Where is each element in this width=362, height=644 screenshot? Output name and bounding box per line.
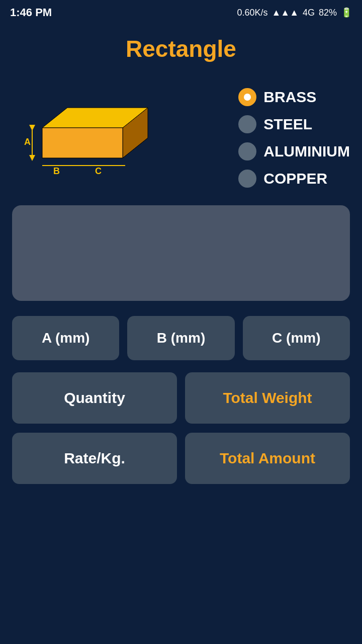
network-speed: 0.60K/s xyxy=(237,8,267,18)
status-bar: 1:46 PM 0.60K/s ▲▲▲ 4G 82% 🔋 xyxy=(0,0,362,25)
radio-aluminium[interactable] xyxy=(238,142,256,160)
material-label-aluminium: ALUMINIUM xyxy=(263,143,350,160)
radio-brass[interactable] xyxy=(238,88,256,106)
main-content: A B C BRASS xyxy=(0,77,362,498)
battery-icon: 🔋 xyxy=(341,7,352,18)
header: Rectangle xyxy=(0,25,362,77)
material-label-copper: COPPER xyxy=(263,170,327,187)
shape-image: A B C xyxy=(12,83,163,193)
svg-text:A: A xyxy=(24,137,31,147)
material-section: A B C BRASS xyxy=(12,83,350,193)
quantity-weight-row: Quantity Total Weight xyxy=(12,372,350,424)
svg-marker-3 xyxy=(42,128,123,158)
total-amount-button[interactable]: Total Amount xyxy=(185,433,350,484)
material-label-steel: STEEL xyxy=(263,116,312,133)
page-title: Rectangle xyxy=(0,35,362,62)
radio-copper[interactable] xyxy=(238,170,256,188)
rectangle-shape-svg: A B C xyxy=(17,88,158,188)
dimension-row: A (mm) B (mm) C (mm) xyxy=(12,316,350,360)
input-display-area xyxy=(12,205,350,301)
material-option-copper[interactable]: COPPER xyxy=(238,170,350,188)
quantity-button[interactable]: Quantity xyxy=(12,372,177,424)
rate-amount-row: Rate/Kg. Total Amount xyxy=(12,433,350,484)
status-time: 1:46 PM xyxy=(10,6,52,19)
material-options: BRASS STEEL ALUMINIUM COPPER xyxy=(238,88,350,188)
dimension-b-button[interactable]: B (mm) xyxy=(127,316,234,360)
dimension-a-button[interactable]: A (mm) xyxy=(12,316,119,360)
battery-level: 82% xyxy=(319,8,337,18)
svg-text:B: B xyxy=(53,166,60,176)
dimension-c-button[interactable]: C (mm) xyxy=(243,316,350,360)
total-weight-button[interactable]: Total Weight xyxy=(185,372,350,424)
material-option-steel[interactable]: STEEL xyxy=(238,115,350,133)
network-type: 4G xyxy=(303,8,315,18)
status-right: 0.60K/s ▲▲▲ 4G 82% 🔋 xyxy=(237,7,352,18)
svg-text:C: C xyxy=(95,166,102,176)
radio-steel[interactable] xyxy=(238,115,256,133)
material-option-brass[interactable]: BRASS xyxy=(238,88,350,106)
rate-kg-button[interactable]: Rate/Kg. xyxy=(12,433,177,484)
material-option-aluminium[interactable]: ALUMINIUM xyxy=(238,142,350,160)
signal-icon: ▲▲▲ xyxy=(272,8,299,18)
material-label-brass: BRASS xyxy=(263,89,316,106)
